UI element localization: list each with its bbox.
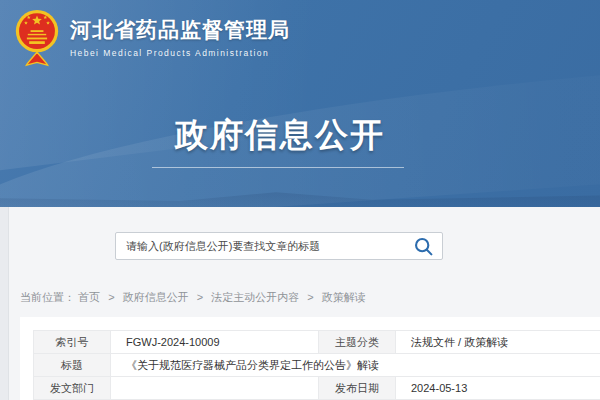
page-title: 政府信息公开: [0, 113, 560, 158]
breadcrumb-separator: >: [307, 291, 313, 303]
field-value-issuing-department: [111, 377, 319, 400]
table-row: 发文部门 发布日期 2024-05-13: [34, 377, 600, 400]
org-name-zh: 河北省药品监督管理局: [70, 16, 290, 44]
site-brand[interactable]: 河北省药品监督管理局 Hebei Medical Products Admini…: [14, 8, 290, 68]
search-icon: [413, 236, 434, 257]
field-value-index-number: FGWJ-2024-10009: [111, 331, 319, 354]
field-value-publish-date: 2024-05-13: [396, 377, 600, 400]
search-box: [115, 232, 443, 260]
org-name-en: Hebei Medical Products Administration: [70, 48, 290, 58]
breadcrumb-item-home[interactable]: 首页: [78, 291, 100, 303]
field-value-topic-category: 法规文件 / 政策解读: [396, 331, 600, 354]
document-info-card: 索引号 FGWJ-2024-10009 主题分类 法规文件 / 政策解读 标题 …: [20, 317, 600, 400]
breadcrumb: 当前位置： 首页 > 政府信息公开 > 法定主动公开内容 > 政策解读: [20, 290, 366, 305]
document-info-table: 索引号 FGWJ-2024-10009 主题分类 法规文件 / 政策解读 标题 …: [33, 330, 600, 400]
field-label-title: 标题: [34, 354, 111, 377]
field-label-topic-category: 主题分类: [319, 331, 396, 354]
field-value-title: 《关于规范医疗器械产品分类界定工作的公告》解读: [111, 354, 600, 377]
field-label-publish-date: 发布日期: [319, 377, 396, 400]
breadcrumb-prefix: 当前位置：: [20, 291, 75, 303]
brand-text: 河北省药品监督管理局 Hebei Medical Products Admini…: [70, 8, 290, 58]
header-banner: 河北省药品监督管理局 Hebei Medical Products Admini…: [0, 0, 600, 207]
breadcrumb-separator: >: [197, 291, 203, 303]
breadcrumb-item-statutory-content[interactable]: 法定主动公开内容: [211, 291, 299, 303]
page: 河北省药品监督管理局 Hebei Medical Products Admini…: [0, 0, 600, 400]
national-emblem-icon: [14, 8, 60, 68]
search-button[interactable]: [413, 236, 434, 257]
table-row: 索引号 FGWJ-2024-10009 主题分类 法规文件 / 政策解读: [34, 331, 600, 354]
breadcrumb-item-info-disclosure[interactable]: 政府信息公开: [123, 291, 189, 303]
left-gutter: [0, 207, 9, 400]
search-input[interactable]: [116, 233, 406, 259]
breadcrumb-separator: >: [108, 291, 114, 303]
field-label-issuing-department: 发文部门: [34, 377, 111, 400]
field-label-index-number: 索引号: [34, 331, 111, 354]
title-underline: [152, 167, 404, 168]
table-row: 标题 《关于规范医疗器械产品分类界定工作的公告》解读: [34, 354, 600, 377]
breadcrumb-item-policy-interpretation[interactable]: 政策解读: [322, 291, 366, 303]
